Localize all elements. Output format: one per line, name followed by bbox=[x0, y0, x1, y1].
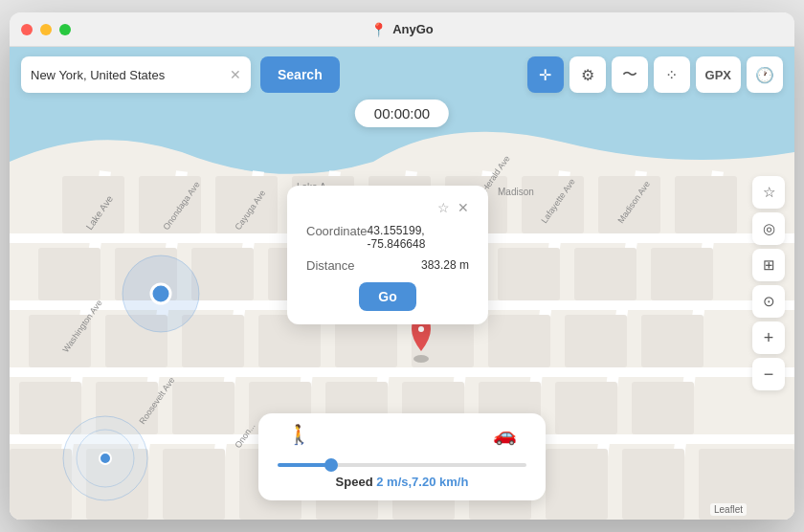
map-view-button[interactable]: ⊞ bbox=[752, 249, 785, 281]
distance-value: 383.28 m bbox=[421, 258, 469, 273]
svg-rect-49 bbox=[632, 382, 694, 434]
svg-rect-48 bbox=[555, 382, 617, 434]
map-container[interactable]: Lake Ave Onondaga Ave Cayuga Ave Utica A… bbox=[10, 47, 794, 520]
svg-rect-22 bbox=[675, 176, 737, 233]
dots-tool-button[interactable]: ⁘ bbox=[654, 56, 690, 93]
svg-rect-31 bbox=[651, 248, 713, 300]
timer-display: 00:00:00 bbox=[355, 100, 449, 127]
crosshair-tool-button[interactable]: ✛ bbox=[527, 56, 564, 93]
zoom-in-button[interactable]: + bbox=[752, 321, 785, 354]
dots-icon: ⁘ bbox=[665, 66, 678, 84]
svg-rect-43 bbox=[172, 382, 234, 434]
speed-value-display: 2 m/s,7.20 km/h bbox=[376, 475, 468, 489]
speed-panel: 🚶 🚗 Speed 2 m/s,7.20 km/h bbox=[258, 413, 546, 500]
speed-slider[interactable] bbox=[278, 463, 526, 467]
svg-rect-50 bbox=[10, 449, 72, 520]
route-icon: ⚙ bbox=[581, 66, 594, 84]
route-tool-button[interactable]: ⚙ bbox=[570, 56, 606, 93]
compass-icon: ◎ bbox=[763, 220, 775, 237]
speed-text: Speed 2 m/s,7.20 km/h bbox=[278, 475, 526, 489]
title-bar: 📍 AnyGo bbox=[10, 12, 794, 47]
distance-row: Distance 383.28 m bbox=[306, 258, 469, 273]
coordinate-value: 43.155199, -75.846648 bbox=[368, 224, 469, 251]
timer-value: 00:00:00 bbox=[374, 105, 430, 122]
speed-label: Speed bbox=[336, 475, 373, 489]
app-title-text: AnyGo bbox=[392, 22, 434, 36]
svg-rect-40 bbox=[641, 315, 704, 367]
search-button[interactable]: Search bbox=[260, 56, 340, 93]
search-box: ✕ bbox=[21, 56, 251, 93]
zoom-out-button[interactable]: − bbox=[752, 358, 785, 390]
svg-point-79 bbox=[100, 453, 111, 464]
plus-icon: + bbox=[764, 328, 774, 348]
gpx-button[interactable]: GPX bbox=[696, 56, 741, 93]
target-icon: ⊙ bbox=[763, 293, 775, 310]
svg-rect-41 bbox=[19, 382, 81, 434]
popup-close-button[interactable]: ✕ bbox=[458, 201, 469, 214]
car-icon: 🚗 bbox=[493, 423, 517, 446]
right-panel: ☆ ◎ ⊞ ⊙ + − bbox=[752, 176, 785, 390]
minus-icon: − bbox=[764, 365, 774, 385]
svg-rect-52 bbox=[163, 449, 225, 520]
svg-rect-23 bbox=[38, 248, 100, 300]
compass-button[interactable]: ◎ bbox=[752, 212, 785, 245]
star-button[interactable]: ☆ bbox=[437, 201, 450, 214]
svg-rect-34 bbox=[182, 315, 244, 367]
toolbar: ✕ Search ✛ ⚙ 〜 ⁘ GPX 🕐 bbox=[21, 56, 783, 93]
svg-point-74 bbox=[151, 284, 170, 303]
close-button[interactable] bbox=[21, 24, 33, 35]
location-pin-icon: 📍 bbox=[370, 22, 387, 37]
wave-tool-button[interactable]: 〜 bbox=[612, 56, 648, 93]
popup-header: ☆ ✕ bbox=[306, 201, 469, 214]
toolbar-right: ✛ ⚙ 〜 ⁘ GPX 🕐 bbox=[527, 56, 783, 93]
window-controls bbox=[21, 24, 71, 35]
leaflet-text: Leaflet bbox=[714, 504, 743, 515]
svg-rect-57 bbox=[546, 449, 608, 520]
go-button[interactable]: Go bbox=[359, 282, 416, 311]
svg-point-75 bbox=[413, 355, 429, 363]
app-window: 📍 AnyGo bbox=[10, 12, 794, 520]
clear-icon[interactable]: ✕ bbox=[230, 67, 241, 82]
center-button[interactable]: ⊙ bbox=[752, 285, 785, 318]
coordinate-label: Coordinate bbox=[306, 224, 368, 251]
walk-icon: 🚶 bbox=[287, 423, 311, 446]
svg-rect-38 bbox=[488, 315, 550, 367]
search-input[interactable] bbox=[31, 68, 226, 82]
star-icon: ☆ bbox=[763, 184, 775, 201]
minimize-button[interactable] bbox=[40, 24, 52, 35]
maximize-button[interactable] bbox=[59, 24, 71, 35]
speed-icons-row: 🚶 🚗 bbox=[278, 423, 526, 446]
coordinate-popup: ☆ ✕ Coordinate 43.155199, -75.846648 Dis… bbox=[287, 186, 488, 324]
svg-rect-30 bbox=[574, 248, 636, 300]
svg-rect-29 bbox=[498, 248, 560, 300]
app-title: 📍 AnyGo bbox=[370, 22, 434, 37]
svg-rect-39 bbox=[565, 315, 627, 367]
clock-icon: 🕐 bbox=[755, 66, 774, 84]
coordinate-row: Coordinate 43.155199, -75.846648 bbox=[306, 224, 469, 251]
map-icon: ⊞ bbox=[763, 256, 775, 274]
leaflet-badge: Leaflet bbox=[710, 503, 747, 516]
history-button[interactable]: 🕐 bbox=[747, 56, 783, 93]
svg-point-76 bbox=[418, 326, 424, 332]
crosshair-icon: ✛ bbox=[539, 66, 551, 84]
distance-label: Distance bbox=[306, 258, 355, 273]
svg-rect-16 bbox=[215, 176, 278, 233]
svg-rect-58 bbox=[622, 449, 684, 520]
svg-text:Madison: Madison bbox=[498, 187, 534, 197]
wave-icon: 〜 bbox=[622, 65, 637, 85]
svg-rect-25 bbox=[191, 248, 254, 300]
favorite-button[interactable]: ☆ bbox=[752, 176, 785, 209]
